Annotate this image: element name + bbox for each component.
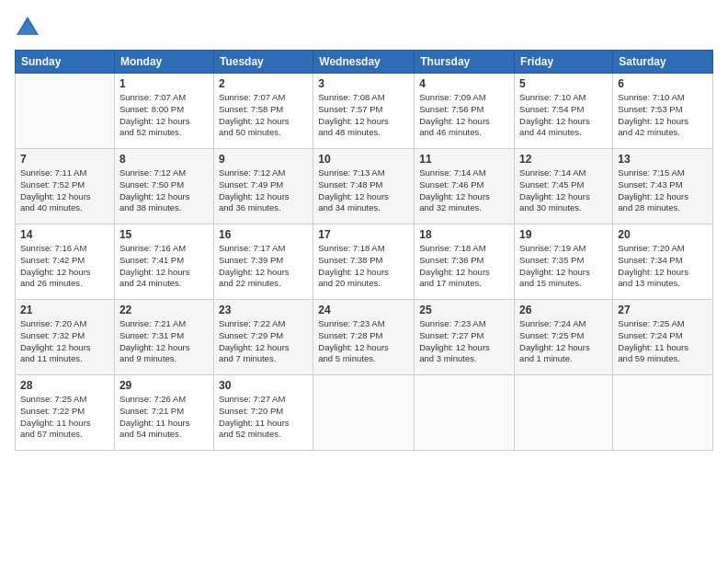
day-number: 13 [618, 153, 708, 166]
day-number: 7 [20, 153, 109, 166]
day-info: Sunrise: 7:25 AM Sunset: 7:24 PM Dayligh… [618, 318, 708, 365]
day-number: 18 [419, 228, 509, 241]
day-header: Wednesday [313, 51, 415, 74]
day-info: Sunrise: 7:08 AM Sunset: 7:57 PM Dayligh… [318, 92, 409, 139]
calendar-cell [613, 375, 713, 451]
day-info: Sunrise: 7:15 AM Sunset: 7:43 PM Dayligh… [618, 167, 708, 214]
day-info: Sunrise: 7:21 AM Sunset: 7:31 PM Dayligh… [119, 318, 209, 365]
calendar-cell: 13Sunrise: 7:15 AM Sunset: 7:43 PM Dayli… [613, 149, 713, 224]
day-number: 15 [119, 228, 209, 241]
day-header: Thursday [415, 51, 515, 74]
calendar-cell [415, 375, 515, 451]
calendar-week-row: 1Sunrise: 7:07 AM Sunset: 8:00 PM Daylig… [16, 74, 713, 149]
calendar-cell: 1Sunrise: 7:07 AM Sunset: 8:00 PM Daylig… [114, 74, 213, 149]
calendar-cell: 11Sunrise: 7:14 AM Sunset: 7:46 PM Dayli… [415, 149, 515, 224]
calendar-cell: 2Sunrise: 7:07 AM Sunset: 7:58 PM Daylig… [213, 74, 313, 149]
day-number: 9 [219, 153, 308, 166]
calendar-cell: 6Sunrise: 7:10 AM Sunset: 7:53 PM Daylig… [613, 74, 713, 149]
page: SundayMondayTuesdayWednesdayThursdayFrid… [0, 0, 728, 563]
day-info: Sunrise: 7:17 AM Sunset: 7:39 PM Dayligh… [219, 243, 308, 290]
calendar-cell [16, 74, 115, 149]
day-info: Sunrise: 7:24 AM Sunset: 7:25 PM Dayligh… [519, 318, 608, 365]
calendar-cell: 7Sunrise: 7:11 AM Sunset: 7:52 PM Daylig… [16, 149, 115, 224]
calendar-week-row: 21Sunrise: 7:20 AM Sunset: 7:32 PM Dayli… [16, 300, 713, 375]
day-number: 21 [20, 304, 109, 316]
day-number: 28 [20, 379, 109, 392]
day-number: 23 [219, 304, 308, 316]
calendar-cell: 4Sunrise: 7:09 AM Sunset: 7:56 PM Daylig… [415, 74, 515, 149]
day-number: 16 [219, 228, 308, 241]
logo [15, 15, 44, 40]
day-number: 25 [419, 304, 509, 316]
day-info: Sunrise: 7:20 AM Sunset: 7:32 PM Dayligh… [20, 318, 109, 365]
day-info: Sunrise: 7:26 AM Sunset: 7:21 PM Dayligh… [119, 394, 209, 441]
day-number: 1 [119, 77, 209, 90]
day-number: 27 [618, 304, 708, 316]
day-info: Sunrise: 7:12 AM Sunset: 7:50 PM Dayligh… [119, 167, 209, 214]
day-info: Sunrise: 7:12 AM Sunset: 7:49 PM Dayligh… [219, 167, 308, 214]
day-header: Friday [515, 51, 613, 74]
day-number: 26 [519, 304, 608, 316]
day-info: Sunrise: 7:10 AM Sunset: 7:53 PM Dayligh… [618, 92, 708, 139]
calendar-cell: 26Sunrise: 7:24 AM Sunset: 7:25 PM Dayli… [515, 300, 613, 375]
calendar-week-row: 14Sunrise: 7:16 AM Sunset: 7:42 PM Dayli… [16, 224, 713, 300]
day-info: Sunrise: 7:07 AM Sunset: 8:00 PM Dayligh… [119, 92, 209, 139]
calendar-cell: 22Sunrise: 7:21 AM Sunset: 7:31 PM Dayli… [114, 300, 213, 375]
day-info: Sunrise: 7:18 AM Sunset: 7:36 PM Dayligh… [419, 243, 509, 290]
calendar-week-row: 28Sunrise: 7:25 AM Sunset: 7:22 PM Dayli… [16, 375, 713, 451]
day-info: Sunrise: 7:10 AM Sunset: 7:54 PM Dayligh… [519, 92, 608, 139]
day-info: Sunrise: 7:18 AM Sunset: 7:38 PM Dayligh… [318, 243, 409, 290]
day-info: Sunrise: 7:07 AM Sunset: 7:58 PM Dayligh… [219, 92, 308, 139]
day-number: 30 [219, 379, 308, 392]
day-number: 29 [119, 379, 209, 392]
calendar-cell [515, 375, 613, 451]
calendar-cell: 27Sunrise: 7:25 AM Sunset: 7:24 PM Dayli… [613, 300, 713, 375]
calendar-cell: 18Sunrise: 7:18 AM Sunset: 7:36 PM Dayli… [415, 224, 515, 300]
calendar-header-row: SundayMondayTuesdayWednesdayThursdayFrid… [16, 51, 713, 74]
day-number: 24 [318, 304, 409, 316]
day-number: 17 [318, 228, 409, 241]
day-number: 10 [318, 153, 409, 166]
day-number: 5 [519, 77, 608, 90]
calendar-cell: 14Sunrise: 7:16 AM Sunset: 7:42 PM Dayli… [16, 224, 115, 300]
calendar-week-row: 7Sunrise: 7:11 AM Sunset: 7:52 PM Daylig… [16, 149, 713, 224]
day-info: Sunrise: 7:14 AM Sunset: 7:45 PM Dayligh… [519, 167, 608, 214]
calendar-cell: 3Sunrise: 7:08 AM Sunset: 7:57 PM Daylig… [313, 74, 415, 149]
day-info: Sunrise: 7:14 AM Sunset: 7:46 PM Dayligh… [419, 167, 509, 214]
calendar-cell: 29Sunrise: 7:26 AM Sunset: 7:21 PM Dayli… [114, 375, 213, 451]
calendar-cell: 28Sunrise: 7:25 AM Sunset: 7:22 PM Dayli… [16, 375, 115, 451]
calendar-cell: 21Sunrise: 7:20 AM Sunset: 7:32 PM Dayli… [16, 300, 115, 375]
calendar-cell: 8Sunrise: 7:12 AM Sunset: 7:50 PM Daylig… [114, 149, 213, 224]
day-info: Sunrise: 7:23 AM Sunset: 7:27 PM Dayligh… [419, 318, 509, 365]
day-number: 6 [618, 77, 708, 90]
calendar-cell: 9Sunrise: 7:12 AM Sunset: 7:49 PM Daylig… [213, 149, 313, 224]
day-number: 4 [419, 77, 509, 90]
calendar-table: SundayMondayTuesdayWednesdayThursdayFrid… [15, 50, 713, 451]
header [15, 15, 713, 40]
calendar-cell: 17Sunrise: 7:18 AM Sunset: 7:38 PM Dayli… [313, 224, 415, 300]
day-number: 8 [119, 153, 209, 166]
day-number: 3 [318, 77, 409, 90]
calendar-cell: 15Sunrise: 7:16 AM Sunset: 7:41 PM Dayli… [114, 224, 213, 300]
day-info: Sunrise: 7:20 AM Sunset: 7:34 PM Dayligh… [618, 243, 708, 290]
day-number: 20 [618, 228, 708, 241]
calendar-cell: 19Sunrise: 7:19 AM Sunset: 7:35 PM Dayli… [515, 224, 613, 300]
day-info: Sunrise: 7:09 AM Sunset: 7:56 PM Dayligh… [419, 92, 509, 139]
calendar-cell [313, 375, 415, 451]
day-number: 14 [20, 228, 109, 241]
day-number: 11 [419, 153, 509, 166]
day-info: Sunrise: 7:11 AM Sunset: 7:52 PM Dayligh… [20, 167, 109, 214]
day-info: Sunrise: 7:19 AM Sunset: 7:35 PM Dayligh… [519, 243, 608, 290]
calendar-cell: 20Sunrise: 7:20 AM Sunset: 7:34 PM Dayli… [613, 224, 713, 300]
day-number: 22 [119, 304, 209, 316]
day-header: Saturday [613, 51, 713, 74]
day-header: Monday [114, 51, 213, 74]
day-number: 12 [519, 153, 608, 166]
calendar-cell: 25Sunrise: 7:23 AM Sunset: 7:27 PM Dayli… [415, 300, 515, 375]
day-number: 2 [219, 77, 308, 90]
day-info: Sunrise: 7:13 AM Sunset: 7:48 PM Dayligh… [318, 167, 409, 214]
day-info: Sunrise: 7:23 AM Sunset: 7:28 PM Dayligh… [318, 318, 409, 365]
day-info: Sunrise: 7:27 AM Sunset: 7:20 PM Dayligh… [219, 394, 308, 441]
logo-icon [15, 15, 40, 40]
calendar-cell: 5Sunrise: 7:10 AM Sunset: 7:54 PM Daylig… [515, 74, 613, 149]
